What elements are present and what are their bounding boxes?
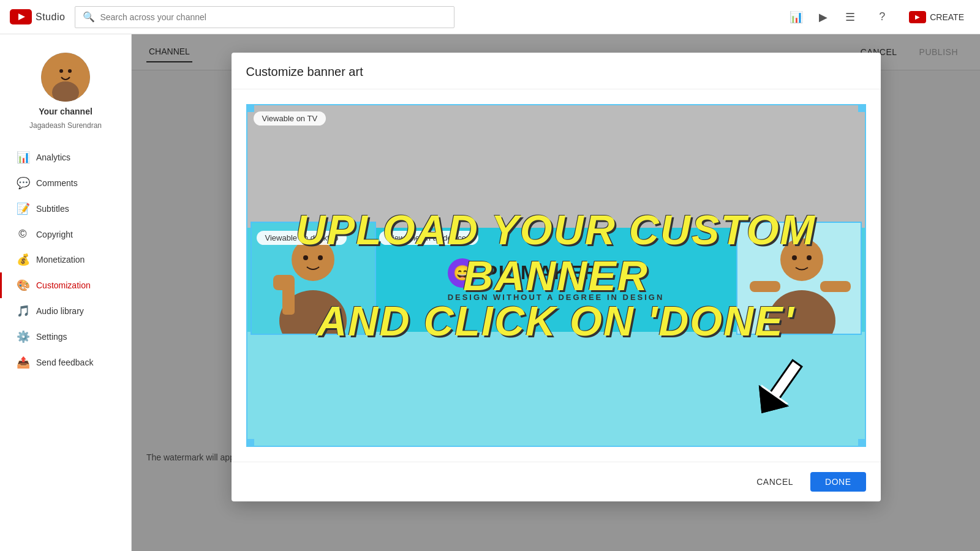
subtitles-icon: 📝 (17, 202, 29, 216)
search-bar[interactable]: 🔍 (75, 6, 454, 28)
sidebar-item-subtitles[interactable]: 📝 Subtitles (0, 196, 131, 222)
modal-body: Viewable on TV (232, 89, 881, 462)
topbar: Studio 🔍 📊 ▶ ☰ ? CREATE (0, 0, 980, 34)
modal-footer: CANCEL DONE (232, 462, 881, 501)
channel-handle: Jagadeash Surendran (29, 121, 102, 130)
topbar-right: 📊 ▶ ☰ ? CREATE (785, 6, 970, 28)
audio-library-icon: 🎵 (17, 304, 29, 318)
banner-preview[interactable]: Viewable on TV (246, 104, 866, 447)
youtube-icon (10, 9, 32, 24)
sidebar-item-monetization[interactable]: 💰 Monetization (0, 247, 131, 272)
svg-rect-18 (750, 281, 780, 292)
sidebar: Your channel Jagadeash Surendran 📊 Analy… (0, 34, 132, 551)
main-content: CHANNEL CANCEL PUBLISH The watermark wil… (132, 34, 980, 551)
svg-point-20 (807, 255, 812, 260)
sidebar-item-customization[interactable]: 🎨 Customization (0, 272, 131, 298)
corner-handle-br[interactable] (858, 439, 865, 446)
sidebar-item-comments[interactable]: 💬 Comments (0, 170, 131, 196)
all-devices-label: Viewable on all devices (379, 231, 479, 245)
modal-title: Customize banner art (232, 53, 881, 89)
settings-icon: ⚙️ (17, 330, 29, 343)
analytics-icon-btn[interactable]: 📊 (785, 6, 807, 28)
corner-handle-tr[interactable] (858, 105, 865, 112)
sidebar-item-monetization-label: Monetization (36, 255, 85, 264)
svg-rect-17 (820, 281, 851, 292)
corner-handle-bl[interactable] (247, 439, 254, 446)
svg-point-13 (318, 255, 323, 260)
sidebar-item-settings[interactable]: ⚙️ Settings (0, 324, 131, 350)
create-label: CREATE (930, 12, 964, 22)
svg-point-5 (59, 69, 63, 73)
search-icon: 🔍 (83, 11, 95, 23)
menu-icon-btn[interactable]: ☰ (839, 6, 861, 28)
sidebar-item-audio-library[interactable]: 🎵 Audio library (0, 298, 131, 324)
person-right-svg (737, 223, 862, 335)
sidebar-item-send-feedback[interactable]: 📤 Send feedback (0, 350, 131, 375)
send-feedback-icon: 📤 (17, 356, 29, 369)
sidebar-item-copyright[interactable]: © Copyright (0, 222, 131, 247)
arrow-icon (742, 351, 816, 425)
person-right (736, 222, 862, 335)
comments-icon: 💬 (17, 176, 29, 190)
channel-info: Your channel Jagadeash Surendran (0, 47, 131, 144)
logo-area: Studio (10, 9, 65, 24)
search-input[interactable] (100, 12, 447, 22)
channel-name: Your channel (39, 107, 92, 116)
viewable-tv-label: Viewable on TV (254, 111, 326, 126)
sidebar-item-comments-label: Comments (36, 178, 78, 188)
copyright-icon: © (17, 228, 29, 241)
sidebar-item-send-feedback-label: Send feedback (36, 358, 93, 367)
sidebar-item-copyright-label: Copyright (36, 230, 73, 239)
corner-handle-tl[interactable] (247, 105, 254, 112)
customization-icon: 🎨 (17, 279, 29, 292)
picmaker-title: PICMAKER (484, 261, 599, 284)
avatar[interactable] (41, 53, 90, 102)
studio-label: Studio (36, 12, 65, 23)
svg-point-12 (303, 255, 308, 260)
picmaker-content: 😄 PICMAKER DESIGN WITHOUT A DEGREE IN DE… (448, 258, 665, 302)
sidebar-item-analytics-label: Analytics (36, 152, 70, 162)
sidebar-item-subtitles-label: Subtitles (36, 204, 69, 214)
sidebar-item-settings-label: Settings (36, 332, 67, 342)
picmaker-top: 😄 PICMAKER (448, 258, 665, 288)
create-button[interactable]: CREATE (903, 7, 970, 27)
svg-point-19 (792, 255, 797, 260)
sidebar-item-customization-label: Customization (36, 280, 91, 290)
svg-point-15 (780, 238, 823, 281)
modal-overlay: Customize banner art Viewable on TV (132, 34, 980, 551)
sidebar-item-audio-library-label: Audio library (36, 306, 84, 316)
analytics-icon: 📊 (17, 151, 29, 164)
modal-done-button[interactable]: DONE (810, 472, 865, 492)
desktop-label: Viewable on desktop (257, 231, 347, 245)
svg-point-6 (68, 69, 72, 73)
sidebar-item-analytics[interactable]: 📊 Analytics (0, 144, 131, 170)
video-icon-btn[interactable]: ▶ (812, 6, 834, 28)
topbar-icons: 📊 ▶ ☰ (785, 6, 861, 28)
picmaker-icon: 😄 (448, 258, 477, 288)
svg-rect-11 (273, 275, 295, 290)
monetization-icon: 💰 (17, 253, 29, 266)
create-video-icon (909, 11, 926, 23)
help-button[interactable]: ? (871, 6, 893, 28)
tv-region: Viewable on TV (247, 105, 865, 228)
arrow-container (742, 351, 816, 427)
page-layout: Your channel Jagadeash Surendran 📊 Analy… (0, 0, 980, 551)
modal-cancel-button[interactable]: CANCEL (747, 472, 803, 492)
picmaker-subtitle: DESIGN WITHOUT A DEGREE IN DESIGN (448, 293, 665, 302)
modal: Customize banner art Viewable on TV (232, 53, 881, 501)
